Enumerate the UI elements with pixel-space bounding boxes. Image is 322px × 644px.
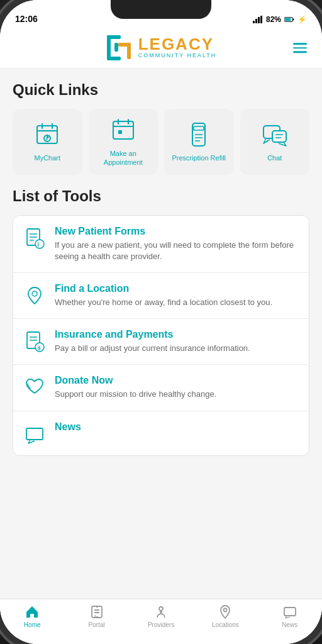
tool-new-patient-forms[interactable]: i New Patient Forms If you are a new pat… xyxy=(13,216,309,273)
svg-rect-1 xyxy=(255,19,257,23)
menu-button[interactable] xyxy=(291,40,309,55)
svg-rect-5 xyxy=(292,19,294,21)
svg-rect-32 xyxy=(272,131,286,142)
news-nav-icon xyxy=(282,604,297,619)
find-location-desc: Whether you're home or away, find a loca… xyxy=(55,297,299,308)
svg-point-55 xyxy=(224,609,227,612)
news-text: News xyxy=(55,421,299,435)
svg-point-52 xyxy=(159,607,163,611)
notch xyxy=(111,0,211,19)
svg-rect-21 xyxy=(113,121,133,139)
new-patient-forms-title: New Patient Forms xyxy=(55,226,299,237)
bottom-nav: Home Portal Provide xyxy=(0,599,322,644)
logo-icon xyxy=(106,34,132,60)
nav-portal[interactable]: Portal xyxy=(64,604,128,628)
svg-rect-8 xyxy=(107,35,121,39)
news-title: News xyxy=(55,421,299,433)
quick-links-grid: + MyChart Make an Appointmen xyxy=(13,109,309,175)
find-location-icon xyxy=(23,284,46,307)
svg-text:$: $ xyxy=(38,345,41,351)
svg-text:+: + xyxy=(45,137,48,142)
svg-rect-56 xyxy=(284,608,296,616)
insurance-payments-icon: $ xyxy=(23,330,46,353)
nav-locations[interactable]: Locations xyxy=(193,604,257,628)
tool-news[interactable]: News xyxy=(13,411,309,455)
refill-label: Prescription Refill xyxy=(172,153,226,162)
tools-list: i New Patient Forms If you are a new pat… xyxy=(13,215,309,456)
svg-point-41 xyxy=(32,291,37,296)
nav-providers[interactable]: Providers xyxy=(129,604,193,628)
menu-line-2 xyxy=(293,47,307,49)
donate-text: Donate Now Support our mission to drive … xyxy=(55,375,299,400)
insurance-payments-text: Insurance and Payments Pay a bill or adj… xyxy=(55,329,299,354)
svg-rect-0 xyxy=(253,21,255,23)
menu-line-1 xyxy=(293,43,307,45)
locations-nav-icon xyxy=(218,604,233,619)
tools-title: List of Tools xyxy=(13,187,309,205)
svg-rect-3 xyxy=(260,16,262,23)
nav-providers-label: Providers xyxy=(148,621,174,628)
logo-legacy-text: LEGACY xyxy=(138,36,217,52)
svg-rect-23 xyxy=(118,130,122,134)
svg-rect-12 xyxy=(127,43,131,59)
svg-rect-2 xyxy=(258,17,260,23)
new-patient-forms-icon: i xyxy=(23,227,46,250)
insurance-payments-desc: Pay a bill or adjust your current insura… xyxy=(55,343,299,354)
quick-link-appointment[interactable]: Make an Appointment xyxy=(89,109,158,175)
signal-icon xyxy=(253,16,263,23)
chat-label: Chat xyxy=(267,153,282,162)
logo-sub-text: COMMUNITY HEALTH xyxy=(138,52,217,58)
quick-links-section: Quick Links + xyxy=(0,69,322,181)
nav-news[interactable]: News xyxy=(258,604,322,628)
main-content: Quick Links + xyxy=(0,69,322,644)
logo: LEGACY COMMUNITY HEALTH xyxy=(106,34,217,60)
battery-text: 82% xyxy=(266,15,281,24)
news-icon xyxy=(23,423,46,445)
tool-find-location[interactable]: Find a Location Whether you're home or a… xyxy=(13,273,309,319)
donate-desc: Support our mission to drive healthy cha… xyxy=(55,389,299,400)
tool-donate[interactable]: Donate Now Support our mission to drive … xyxy=(13,365,309,411)
mychart-icon: + xyxy=(33,121,61,148)
chat-icon xyxy=(261,121,289,148)
quick-link-refill[interactable]: Prescription Refill xyxy=(164,109,234,175)
new-patient-forms-desc: If you are a new patient, you will need … xyxy=(55,240,299,262)
appointment-icon xyxy=(109,116,137,144)
donate-icon xyxy=(23,376,46,399)
quick-link-mychart[interactable]: + MyChart xyxy=(13,109,82,175)
donate-title: Donate Now xyxy=(55,375,299,386)
tools-section: List of Tools i xyxy=(0,181,322,462)
logo-text: LEGACY COMMUNITY HEALTH xyxy=(138,36,217,58)
tool-insurance-payments[interactable]: $ Insurance and Payments Pay a bill or a… xyxy=(13,319,309,365)
refill-icon xyxy=(185,121,213,148)
new-patient-forms-text: New Patient Forms If you are a new patie… xyxy=(55,226,299,262)
nav-news-label: News xyxy=(282,621,297,628)
header: LEGACY COMMUNITY HEALTH xyxy=(0,28,322,69)
svg-rect-9 xyxy=(107,57,121,60)
find-location-text: Find a Location Whether you're home or a… xyxy=(55,283,299,308)
svg-rect-6 xyxy=(285,18,291,21)
svg-rect-48 xyxy=(92,606,102,618)
find-location-title: Find a Location xyxy=(55,283,299,294)
providers-nav-icon xyxy=(153,604,169,619)
appointment-label: Make an Appointment xyxy=(92,149,155,167)
nav-home[interactable]: Home xyxy=(0,604,64,628)
svg-text:i: i xyxy=(38,242,40,248)
menu-line-3 xyxy=(293,51,307,53)
quick-link-chat[interactable]: Chat xyxy=(240,109,310,175)
quick-links-title: Quick Links xyxy=(13,81,309,99)
portal-nav-icon xyxy=(89,604,104,619)
nav-home-label: Home xyxy=(24,621,41,628)
status-icons: 82% ⚡ xyxy=(253,15,307,24)
insurance-payments-title: Insurance and Payments xyxy=(55,329,299,340)
nav-portal-label: Portal xyxy=(89,621,105,628)
nav-locations-label: Locations xyxy=(212,621,239,628)
svg-point-39 xyxy=(35,240,44,248)
mychart-label: MyChart xyxy=(34,153,60,162)
status-time: 12:06 xyxy=(15,14,38,24)
battery-icon xyxy=(284,16,294,23)
phone-frame: 12:06 82% ⚡ xyxy=(0,0,322,644)
charging-icon: ⚡ xyxy=(297,15,307,24)
svg-rect-27 xyxy=(194,126,204,130)
svg-rect-10 xyxy=(114,43,118,52)
svg-rect-47 xyxy=(26,428,43,440)
